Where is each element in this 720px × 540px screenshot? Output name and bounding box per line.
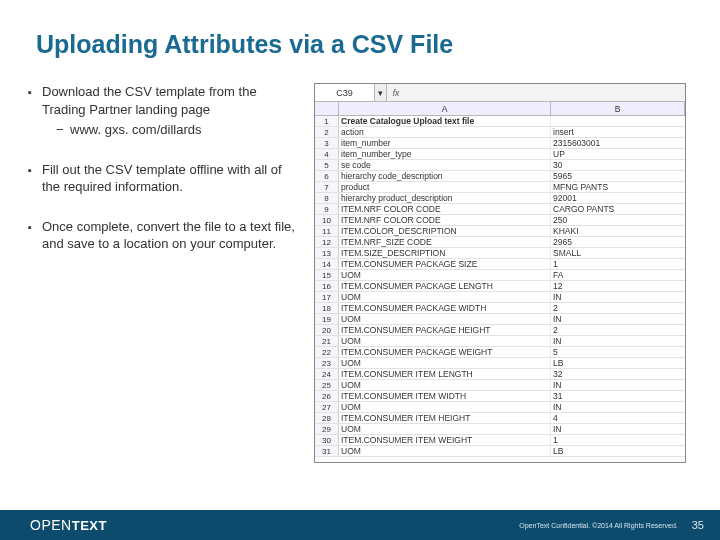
row-number[interactable]: 21 <box>315 336 339 346</box>
cell-a[interactable]: item_number <box>339 138 551 148</box>
cell-a[interactable]: UOM <box>339 446 551 456</box>
cell-b[interactable]: 5965 <box>551 171 685 181</box>
row-number[interactable]: 28 <box>315 413 339 423</box>
cell-b[interactable]: 2 <box>551 325 685 335</box>
cell-a[interactable]: ITEM.SIZE_DESCRIPTION <box>339 248 551 258</box>
cell-b[interactable]: UP <box>551 149 685 159</box>
cell-b[interactable]: 30 <box>551 160 685 170</box>
row-number[interactable]: 23 <box>315 358 339 368</box>
cell-b[interactable]: 5 <box>551 347 685 357</box>
name-box[interactable]: C39 <box>315 84 375 101</box>
cell-a[interactable]: UOM <box>339 314 551 324</box>
row-number[interactable]: 4 <box>315 149 339 159</box>
cell-a[interactable]: hierarchy product_description <box>339 193 551 203</box>
cell-b[interactable]: 2315603001 <box>551 138 685 148</box>
row-number[interactable]: 30 <box>315 435 339 445</box>
cell-b[interactable]: 2 <box>551 303 685 313</box>
cell-a[interactable]: ITEM.CONSUMER PACKAGE WEIGHT <box>339 347 551 357</box>
cell-a[interactable]: UOM <box>339 424 551 434</box>
row-number[interactable]: 5 <box>315 160 339 170</box>
cell-b[interactable]: 32 <box>551 369 685 379</box>
cell-b[interactable]: 1 <box>551 259 685 269</box>
row-number[interactable]: 24 <box>315 369 339 379</box>
cell-a[interactable]: product <box>339 182 551 192</box>
row-number[interactable]: 3 <box>315 138 339 148</box>
cell-b[interactable]: IN <box>551 336 685 346</box>
cell-a[interactable]: Create Catalogue Upload text file <box>339 116 551 126</box>
row-number[interactable]: 27 <box>315 402 339 412</box>
cell-b[interactable]: MFNG PANTS <box>551 182 685 192</box>
row-number[interactable]: 13 <box>315 248 339 258</box>
cell-b[interactable]: 250 <box>551 215 685 225</box>
cell-b[interactable]: IN <box>551 380 685 390</box>
cell-b[interactable]: KHAKI <box>551 226 685 236</box>
cell-a[interactable]: ITEM.CONSUMER ITEM WEIGHT <box>339 435 551 445</box>
row-number[interactable]: 11 <box>315 226 339 236</box>
cell-a[interactable]: hierarchy code_description <box>339 171 551 181</box>
row-number[interactable]: 26 <box>315 391 339 401</box>
row-number[interactable]: 15 <box>315 270 339 280</box>
cell-b[interactable]: IN <box>551 424 685 434</box>
row-number[interactable]: 14 <box>315 259 339 269</box>
cell-a[interactable]: UOM <box>339 380 551 390</box>
row-number[interactable]: 31 <box>315 446 339 456</box>
row-number[interactable]: 7 <box>315 182 339 192</box>
cell-b[interactable]: IN <box>551 402 685 412</box>
cell-a[interactable]: ITEM.CONSUMER PACKAGE WIDTH <box>339 303 551 313</box>
cell-b[interactable]: 12 <box>551 281 685 291</box>
cell-b[interactable]: CARGO PANTS <box>551 204 685 214</box>
cell-b[interactable]: 92001 <box>551 193 685 203</box>
cell-a[interactable]: UOM <box>339 402 551 412</box>
row-number[interactable]: 20 <box>315 325 339 335</box>
row-number[interactable]: 29 <box>315 424 339 434</box>
column-header-a[interactable]: A <box>339 102 551 115</box>
row-number[interactable]: 17 <box>315 292 339 302</box>
cell-a[interactable]: ITEM.NRF COLOR CODE <box>339 215 551 225</box>
cell-a[interactable]: ITEM.CONSUMER ITEM HEIGHT <box>339 413 551 423</box>
row-number[interactable]: 25 <box>315 380 339 390</box>
row-number[interactable]: 1 <box>315 116 339 126</box>
fx-label[interactable]: fx <box>387 88 405 98</box>
cell-b[interactable]: IN <box>551 292 685 302</box>
cell-a[interactable]: UOM <box>339 336 551 346</box>
cell-b[interactable]: FA <box>551 270 685 280</box>
row-number[interactable]: 12 <box>315 237 339 247</box>
cell-a[interactable]: ITEM.COLOR_DESCRIPTION <box>339 226 551 236</box>
cell-b[interactable]: 1 <box>551 435 685 445</box>
cell-a[interactable]: se code <box>339 160 551 170</box>
cell-a[interactable]: ITEM.NRF_SIZE CODE <box>339 237 551 247</box>
cell-b[interactable]: 4 <box>551 413 685 423</box>
column-header-b[interactable]: B <box>551 102 685 115</box>
cell-a[interactable]: ITEM.CONSUMER PACKAGE HEIGHT <box>339 325 551 335</box>
name-box-dropdown-icon[interactable]: ▾ <box>375 84 387 101</box>
cell-b[interactable]: insert <box>551 127 685 137</box>
row-number[interactable]: 6 <box>315 171 339 181</box>
cell-b[interactable]: LB <box>551 446 685 456</box>
row-number[interactable]: 10 <box>315 215 339 225</box>
select-all-corner[interactable] <box>315 102 339 115</box>
cell-b[interactable]: SMALL <box>551 248 685 258</box>
row-number[interactable]: 2 <box>315 127 339 137</box>
row-number[interactable]: 8 <box>315 193 339 203</box>
cell-a[interactable]: action <box>339 127 551 137</box>
cell-b[interactable]: 31 <box>551 391 685 401</box>
cell-a[interactable]: UOM <box>339 358 551 368</box>
bullet-text: Fill out the CSV template offline with a… <box>42 161 298 196</box>
cell-b[interactable]: IN <box>551 314 685 324</box>
cell-b[interactable]: 2965 <box>551 237 685 247</box>
cell-b[interactable]: LB <box>551 358 685 368</box>
row-number[interactable]: 16 <box>315 281 339 291</box>
cell-a[interactable]: UOM <box>339 292 551 302</box>
row-number[interactable]: 18 <box>315 303 339 313</box>
row-number[interactable]: 9 <box>315 204 339 214</box>
cell-a[interactable]: UOM <box>339 270 551 280</box>
row-number[interactable]: 22 <box>315 347 339 357</box>
cell-a[interactable]: ITEM.CONSUMER PACKAGE LENGTH <box>339 281 551 291</box>
cell-a[interactable]: item_number_type <box>339 149 551 159</box>
cell-a[interactable]: ITEM.CONSUMER ITEM WIDTH <box>339 391 551 401</box>
row-number[interactable]: 19 <box>315 314 339 324</box>
cell-a[interactable]: ITEM.CONSUMER PACKAGE SIZE <box>339 259 551 269</box>
cell-a[interactable]: ITEM.CONSUMER ITEM LENGTH <box>339 369 551 379</box>
cell-b[interactable] <box>551 116 685 126</box>
cell-a[interactable]: ITEM.NRF COLOR CODE <box>339 204 551 214</box>
